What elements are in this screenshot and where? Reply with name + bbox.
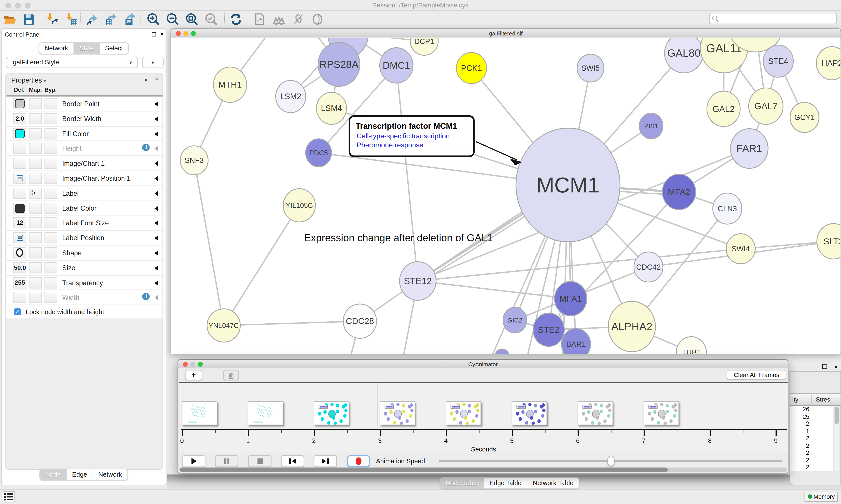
add-frame-button[interactable]: + [185, 370, 202, 380]
network-edge[interactable] [418, 281, 571, 299]
property-row-size[interactable]: 50.0Size [6, 260, 162, 275]
property-row-shape[interactable]: Shape [6, 246, 162, 260]
collapse-arrow-icon[interactable] [155, 295, 158, 300]
import-network-icon[interactable] [46, 13, 59, 26]
close-panel-icon[interactable]: × [835, 363, 838, 370]
save-session-icon[interactable] [22, 13, 35, 26]
mapping-cell[interactable] [29, 232, 42, 244]
property-row-border-paint[interactable]: Border Paint [6, 96, 162, 111]
default-cell[interactable]: 255 [13, 277, 26, 288]
frame-thumbnail-4[interactable] [446, 401, 481, 425]
collapse-arrow-icon[interactable] [155, 280, 158, 286]
collapse-arrow-icon[interactable] [155, 265, 158, 271]
bypass-cell[interactable] [44, 128, 57, 139]
network-node-swi5[interactable]: SWI5 [577, 54, 604, 82]
frame-thumbnail-6[interactable] [578, 401, 613, 425]
bypass-cell[interactable] [44, 187, 57, 199]
animation-speed-slider[interactable] [439, 460, 782, 462]
bypass-cell[interactable] [44, 113, 57, 124]
default-cell[interactable] [13, 292, 26, 303]
network-node-hap2[interactable]: HAP2 [816, 47, 840, 80]
default-cell[interactable] [13, 158, 26, 169]
hide-graphics-icon[interactable] [292, 13, 305, 26]
timeline[interactable]: 0123456789 Seconds [179, 382, 788, 453]
collapse-arrow-icon[interactable] [155, 146, 158, 151]
default-cell[interactable] [13, 98, 26, 109]
network-node-lsm4[interactable]: LSM4 [317, 92, 346, 124]
collapse-arrow-icon[interactable] [155, 176, 158, 181]
network-node-mfa1[interactable]: MFA1 [555, 282, 587, 316]
search-input[interactable] [719, 14, 832, 23]
clear-all-frames-button[interactable]: Clear All Frames [727, 370, 786, 380]
bypass-cell[interactable] [44, 98, 57, 109]
collapse-arrow-icon[interactable] [155, 116, 158, 122]
network-node-unlabeled[interactable] [495, 349, 509, 354]
default-cell[interactable] [13, 247, 26, 258]
network-edge[interactable] [396, 66, 418, 281]
tab-node-table[interactable]: Node Table [441, 478, 484, 488]
property-row-transparency[interactable]: 255Transparency [6, 275, 162, 290]
bypass-cell[interactable] [44, 247, 57, 258]
property-row-label-color[interactable]: Label Color [6, 201, 162, 216]
mapping-cell[interactable] [29, 98, 42, 109]
table-scrollbar[interactable] [835, 406, 839, 471]
property-row-image-chart-1[interactable]: Image/Chart 1 [6, 156, 162, 171]
collapse-arrow-icon[interactable] [155, 131, 158, 137]
network-node-pdc5[interactable]: PDC5 [306, 139, 332, 167]
go-to-start-button[interactable] [281, 455, 304, 467]
table-cell-value[interactable]: 2 [790, 464, 809, 471]
network-node-pck1[interactable]: PCK1 [457, 53, 486, 84]
network-node-mth1[interactable]: MTH1 [214, 67, 247, 103]
default-cell[interactable] [13, 143, 26, 154]
play-button[interactable] [182, 455, 205, 467]
table-cell-value[interactable]: 2 [790, 456, 809, 464]
find-icon[interactable] [272, 13, 285, 26]
default-cell[interactable] [13, 187, 26, 199]
mapping-cell[interactable] [29, 143, 42, 154]
frame-thumbnail-1[interactable] [248, 401, 283, 425]
cyanimator-titlebar[interactable]: CyAnimator [178, 360, 788, 368]
mapping-cell[interactable] [29, 113, 42, 124]
tab-edge-table[interactable]: Edge Table [484, 478, 527, 488]
lock-size-checkbox[interactable]: ✓ [14, 308, 21, 316]
default-value[interactable]: 50.0 [14, 264, 26, 271]
property-row-image-chart-position-1[interactable]: Image/Chart Position 1 [6, 171, 162, 186]
network-node-gal2[interactable]: GAL2 [707, 91, 740, 127]
mapping-cell[interactable] [29, 292, 42, 303]
export-table-icon[interactable] [104, 13, 117, 26]
properties-header[interactable]: Properties ▾ [11, 77, 46, 84]
property-row-label-position[interactable]: Label Position [6, 231, 162, 246]
frame-thumbnail-3[interactable] [380, 401, 415, 425]
info-icon[interactable]: i [142, 144, 149, 151]
default-cell[interactable]: 12 [13, 217, 26, 229]
stop-button[interactable] [248, 455, 271, 467]
network-node-swi4[interactable]: SWI4 [726, 234, 755, 264]
mapping-cell[interactable] [29, 247, 42, 258]
network-node-tub1[interactable]: TUB1 [676, 337, 706, 354]
bypass-cell[interactable] [44, 277, 57, 288]
default-cell[interactable] [13, 128, 26, 139]
default-value[interactable]: 255 [14, 279, 26, 286]
tab-node[interactable]: Node [40, 469, 67, 480]
mapping-cell[interactable] [29, 202, 42, 214]
network-node-snf3[interactable]: SNF3 [180, 146, 208, 175]
network-edge[interactable] [223, 205, 299, 326]
bypass-cell[interactable] [44, 143, 57, 154]
collapse-arrow-icon[interactable] [155, 191, 158, 196]
network-node-dcp1[interactable]: DCP1 [410, 38, 438, 55]
frame-thumbnail-7[interactable] [644, 401, 679, 425]
network-node-alpha2[interactable]: ALPHA2 [608, 301, 656, 352]
annotation-box[interactable]: Transcription factor MCM1 Cell-type-spec… [349, 115, 475, 157]
network-node-rps28a[interactable]: RPS28A [318, 42, 360, 86]
bypass-cell[interactable] [44, 158, 57, 169]
default-cell[interactable] [13, 202, 26, 214]
property-row-fill-color[interactable]: Fill Color [6, 126, 162, 141]
network-node-far1[interactable]: FAR1 [731, 129, 768, 168]
property-row-height[interactable]: Heighti [6, 141, 162, 156]
table-cell-value[interactable]: 2 [790, 449, 809, 456]
bypass-cell[interactable] [44, 292, 57, 303]
table-cell-value[interactable]: 2 [790, 420, 809, 428]
timeline-scrollbar[interactable] [179, 468, 787, 472]
zoom-out-icon[interactable] [166, 13, 179, 26]
network-node-yil105c[interactable]: YIL105C [283, 189, 315, 222]
